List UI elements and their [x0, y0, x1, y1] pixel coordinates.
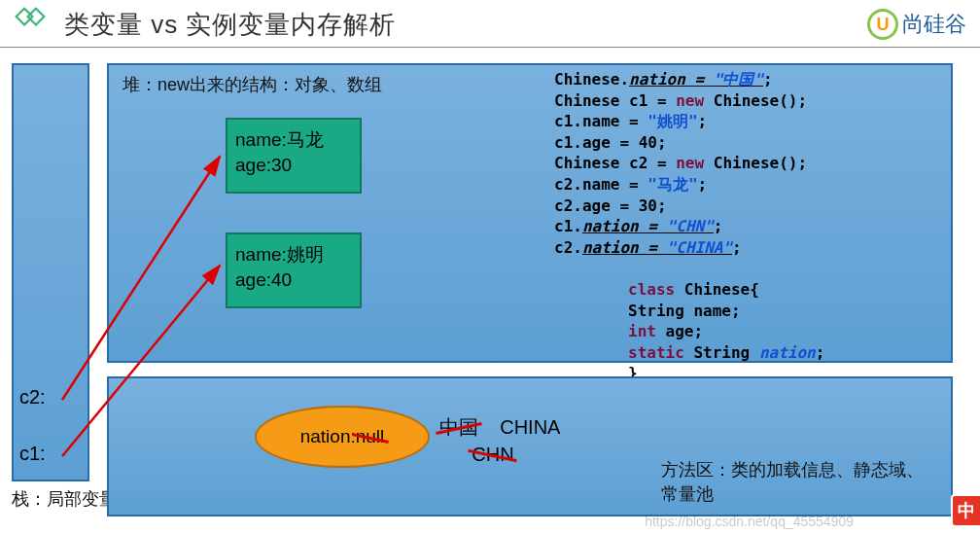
brand-icon: U: [867, 9, 898, 40]
nation-history-values: 中国 CHINA CHN: [439, 413, 560, 468]
diamond-icon: [14, 6, 47, 43]
obj1-age: age:30: [235, 153, 352, 178]
method-area-region: nation:null 中国 CHINA CHN 方法区：类的加载信息、静态域、…: [107, 376, 953, 516]
heap-label: 堆：new出来的结构：对象、数组: [122, 73, 382, 96]
watermark: https://blog.csdn.net/qq_45554909: [645, 514, 854, 529]
obj2-name: name:姚明: [235, 242, 352, 267]
stack-var-c2: c2:: [19, 386, 46, 409]
svg-rect-1: [28, 9, 45, 25]
obj2-age: age:40: [235, 267, 352, 293]
code-block: Chinese.nation = "中国"; Chinese c1 = new …: [554, 69, 943, 258]
brand-text: 尚硅谷: [902, 10, 966, 39]
obj1-name: name:马龙: [235, 127, 352, 153]
heap-object-1: name:马龙 age:30: [226, 118, 362, 194]
heap-object-2: name:姚明 age:40: [226, 232, 362, 308]
header: 类变量 vs 实例变量内存解析 U 尚硅谷: [0, 0, 980, 48]
class-definition: class Chinese{ String name; int age; sta…: [593, 279, 943, 384]
val-chn: CHN: [472, 441, 513, 468]
method-area-label: 方法区：类的加载信息、静态域、常量池: [661, 458, 933, 507]
val-china-cn: 中国: [439, 413, 478, 441]
diagram-canvas: c2: c1: 栈：局部变量 堆：new出来的结构：对象、数组 name:马龙 …: [0, 48, 980, 533]
stack-column: c2: c1:: [12, 63, 89, 481]
val-china-en: CHINA: [500, 416, 560, 438]
nation-ellipse: nation:null: [255, 406, 430, 468]
heap-region: 堆：new出来的结构：对象、数组 name:马龙 age:30 name:姚明 …: [107, 63, 953, 363]
nation-value: nation:null: [300, 426, 385, 447]
svg-rect-0: [17, 9, 33, 25]
stack-label: 栈：局部变量: [12, 487, 117, 511]
brand-logo: U 尚硅谷: [867, 9, 966, 40]
stack-var-c1: c1:: [19, 443, 46, 465]
page-title: 类变量 vs 实例变量内存解析: [64, 8, 396, 42]
ime-badge: 中: [951, 494, 980, 527]
